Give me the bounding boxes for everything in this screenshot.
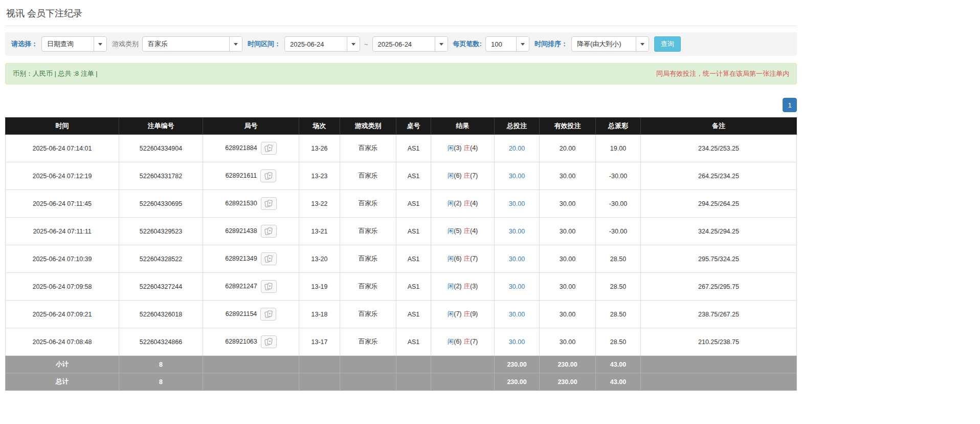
pagination-page-1[interactable]: 1 xyxy=(783,98,797,112)
total-count: 8 xyxy=(119,373,203,391)
round-id: 628921154 xyxy=(226,310,257,317)
cards-icon xyxy=(264,283,273,290)
subtotal-label: 小计 xyxy=(6,356,119,373)
banker-result-label: 庄 xyxy=(464,144,471,152)
player-result-points: (2) xyxy=(454,200,461,207)
view-cards-button[interactable] xyxy=(261,142,277,155)
total-bet-link[interactable]: 30.00 xyxy=(509,228,525,235)
player-result-points: (3) xyxy=(454,144,461,152)
round-id: 628921884 xyxy=(225,144,257,152)
cell-total-bet: 20.00 xyxy=(495,135,540,162)
cell-total-bet: 30.00 xyxy=(495,162,540,190)
player-result-label: 闲 xyxy=(448,172,454,179)
cell-payout: -30.00 xyxy=(596,190,641,218)
cell-time: 2025-06-24 07:08:48 xyxy=(6,328,119,356)
cell-table-no: AS1 xyxy=(396,273,431,301)
empty-cell xyxy=(340,373,396,391)
cell-note: 294.25/264.25 xyxy=(641,190,797,218)
cell-table-no: AS1 xyxy=(396,162,431,190)
banker-result-label: 庄 xyxy=(464,255,471,262)
table-row: 2025-06-24 07:14:01 522604334904 6289218… xyxy=(6,135,797,162)
caret-down-icon xyxy=(636,37,649,51)
view-cards-button[interactable] xyxy=(261,335,277,348)
date-to-select[interactable]: 2025-06-24 xyxy=(372,36,448,52)
cell-table-no: AS1 xyxy=(396,135,431,162)
page-header: 视讯 会员下注纪录 xyxy=(5,2,797,26)
cell-valid-bet: 30.00 xyxy=(540,190,596,218)
game-type-select[interactable]: 百家乐 xyxy=(142,36,242,52)
cell-bet-id: 522604330695 xyxy=(119,190,203,218)
total-bet-link[interactable]: 20.00 xyxy=(509,145,525,152)
cell-session: 13-20 xyxy=(299,245,340,273)
view-cards-button[interactable] xyxy=(260,169,276,182)
search-button[interactable]: 查询 xyxy=(654,36,681,52)
subtotal-payout: 43.00 xyxy=(596,356,641,373)
caret-down-icon xyxy=(94,37,106,51)
total-bet-link[interactable]: 30.00 xyxy=(509,338,525,346)
empty-cell xyxy=(641,356,797,373)
banker-result-label: 庄 xyxy=(464,172,471,179)
cell-time: 2025-06-24 07:10:39 xyxy=(6,245,119,273)
page-size-select[interactable]: 100 xyxy=(485,36,529,52)
banker-result-points: (7) xyxy=(470,172,478,179)
date-to-value: 2025-06-24 xyxy=(373,37,435,51)
view-cards-button[interactable] xyxy=(261,252,277,265)
banker-result-points: (4) xyxy=(470,144,478,152)
sort-order-select[interactable]: 降幂(由大到小) xyxy=(571,36,649,52)
banker-result-label: 庄 xyxy=(464,338,471,345)
cell-session: 13-19 xyxy=(299,273,340,301)
cell-note: 238.75/267.25 xyxy=(641,301,797,328)
empty-cell xyxy=(203,373,299,391)
player-result-label: 闲 xyxy=(448,200,454,207)
table-row: 2025-06-24 07:11:45 522604330695 6289215… xyxy=(6,190,797,218)
column-header: 时间 xyxy=(6,118,119,135)
cell-time: 2025-06-24 07:11:45 xyxy=(6,190,119,218)
game-type-value: 百家乐 xyxy=(143,37,229,51)
cell-valid-bet: 30.00 xyxy=(540,162,596,190)
total-row: 总计 8 230.00 230.00 43.00 xyxy=(6,373,797,391)
total-bet-link[interactable]: 30.00 xyxy=(509,256,525,263)
cell-result: 闲(5)庄(4) xyxy=(431,218,495,245)
cell-total-bet: 30.00 xyxy=(495,273,540,301)
empty-cell xyxy=(340,356,396,373)
subtotal-valid-bet: 230.00 xyxy=(540,356,596,373)
filter-date-type: 请选择： 日期查询 xyxy=(11,36,107,52)
round-id: 628921438 xyxy=(225,227,257,235)
view-cards-button[interactable] xyxy=(261,225,277,238)
round-id: 628921530 xyxy=(225,200,257,207)
player-result-label: 闲 xyxy=(448,283,454,290)
column-header: 有效投注 xyxy=(540,118,596,135)
table-body: 2025-06-24 07:14:01 522604334904 6289218… xyxy=(6,135,797,356)
player-result-points: (6) xyxy=(454,338,461,345)
caret-down-icon xyxy=(516,37,529,51)
total-bet-link[interactable]: 30.00 xyxy=(509,200,525,207)
summary-bar: 币别：人民币 | 总共 :8 注单 | 同局有效投注，统一计算在该局第一张注单内 xyxy=(5,63,797,84)
total-bet-link[interactable]: 30.00 xyxy=(509,283,525,290)
cell-game-type: 百家乐 xyxy=(340,245,396,273)
betting-records-table: 时间注单编号局号场次游戏类别桌号结果总投注有效投注总派彩备注 2025-06-2… xyxy=(5,117,797,391)
banker-result-points: (9) xyxy=(470,310,478,317)
cell-table-no: AS1 xyxy=(396,190,431,218)
cell-game-type: 百家乐 xyxy=(340,218,396,245)
cell-time: 2025-06-24 07:11:11 xyxy=(6,218,119,245)
total-bet-link[interactable]: 30.00 xyxy=(509,311,525,318)
date-from-select[interactable]: 2025-06-24 xyxy=(284,36,360,52)
view-cards-button[interactable] xyxy=(261,280,277,293)
empty-cell xyxy=(396,356,431,373)
empty-cell xyxy=(431,356,495,373)
cell-total-bet: 30.00 xyxy=(495,328,540,356)
date-type-select[interactable]: 日期查询 xyxy=(41,36,107,52)
pagination: 1 xyxy=(5,98,797,112)
cell-note: 234.25/253.25 xyxy=(641,135,797,162)
round-id: 628921063 xyxy=(225,338,257,345)
empty-cell xyxy=(203,356,299,373)
cell-note: 210.25/238.75 xyxy=(641,328,797,356)
view-cards-button[interactable] xyxy=(260,308,276,321)
page-size-value: 100 xyxy=(486,37,516,51)
cell-total-bet: 30.00 xyxy=(495,190,540,218)
cell-result: 闲(6)庄(7) xyxy=(431,162,495,190)
page-size-label: 每页笔数: xyxy=(453,39,482,49)
total-bet-link[interactable]: 30.00 xyxy=(509,173,525,180)
table-row: 2025-06-24 07:10:39 522604328522 6289213… xyxy=(6,245,797,273)
view-cards-button[interactable] xyxy=(261,197,277,210)
